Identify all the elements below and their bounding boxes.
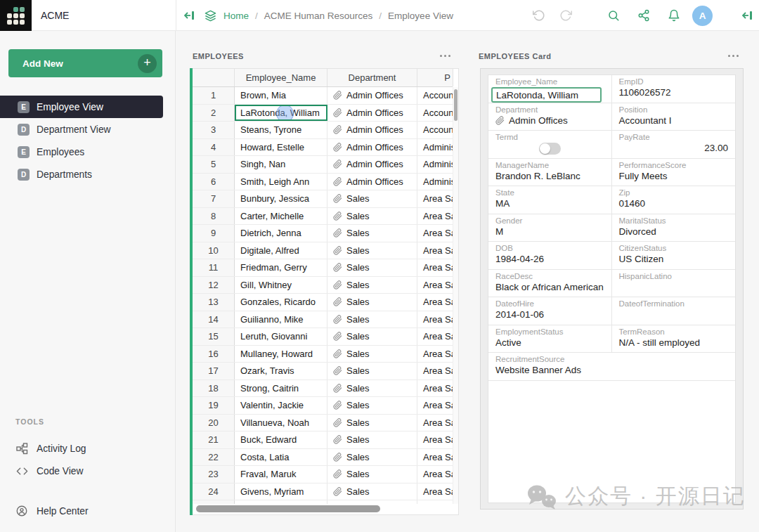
cell-department[interactable]: Admin Offices: [327, 156, 417, 173]
sidebar-item-departments[interactable]: DDepartments: [0, 163, 163, 186]
field-value-dateofhire[interactable]: 2014-01-06: [495, 309, 604, 320]
field-value-termd[interactable]: [495, 143, 604, 155]
cell-position[interactable]: Accoun: [417, 122, 453, 138]
field-value-managername[interactable]: Brandon R. LeBlanc: [495, 171, 604, 181]
row-number[interactable]: 2: [193, 105, 235, 122]
row-number[interactable]: 1: [193, 87, 235, 104]
row-number[interactable]: 13: [193, 294, 235, 311]
cell-position[interactable]: Accoun: [417, 105, 453, 122]
avatar[interactable]: A: [692, 6, 713, 26]
field-value-dob[interactable]: 1984-04-26: [495, 254, 604, 264]
cell-department[interactable]: Sales: [327, 208, 417, 225]
cell-department[interactable]: Sales: [327, 432, 417, 448]
cell-department[interactable]: Admin Offices: [327, 122, 417, 138]
cell-department[interactable]: Sales: [327, 294, 417, 311]
field-value-recruitmentsource[interactable]: Website Banner Ads: [495, 365, 728, 375]
cell-position[interactable]: Adminis: [417, 174, 453, 190]
cell-employee-name[interactable]: Singh, Nan: [235, 156, 327, 173]
cell-position[interactable]: Area Sa: [417, 208, 453, 225]
cell-employee-name[interactable]: Carter, Michelle: [235, 208, 327, 225]
cell-employee-name[interactable]: Guilianno, Mike: [235, 311, 327, 328]
cell-position[interactable]: Area Sa: [417, 380, 453, 397]
cell-department[interactable]: Sales: [327, 415, 417, 432]
sidebar-item-employees[interactable]: EEmployees: [0, 141, 163, 163]
cell-position[interactable]: Area Sa: [417, 190, 453, 207]
table-widget-menu-dots-icon[interactable]: [437, 52, 453, 60]
cell-department[interactable]: Admin Offices: [327, 139, 417, 156]
cell-employee-name[interactable]: Mullaney, Howard: [235, 346, 327, 363]
row-number[interactable]: 23: [193, 466, 235, 483]
cell-department[interactable]: Sales: [327, 259, 417, 276]
cell-department[interactable]: Sales: [327, 242, 417, 259]
row-number[interactable]: 17: [193, 363, 235, 379]
cell-employee-name[interactable]: Ozark, Travis: [235, 363, 327, 379]
field-value-department[interactable]: Admin Offices: [495, 115, 604, 126]
cell-position[interactable]: Area Sa: [417, 225, 453, 242]
horizontal-scrollbar-thumb[interactable]: [196, 505, 380, 512]
cell-position[interactable]: Area Sa: [417, 242, 453, 259]
row-number[interactable]: 16: [193, 346, 235, 363]
cell-department[interactable]: Sales: [327, 484, 417, 500]
sidebar-item-activity-log[interactable]: Activity Log: [0, 437, 176, 460]
redo-icon[interactable]: [559, 8, 573, 22]
cell-employee-name[interactable]: Howard, Estelle: [235, 139, 327, 156]
grist-logo[interactable]: [0, 0, 32, 31]
row-number[interactable]: 11: [193, 259, 235, 276]
card-widget-menu-dots-icon[interactable]: [725, 52, 741, 60]
cell-position[interactable]: Adminis: [417, 156, 453, 173]
column-header-employee-name[interactable]: Employee_Name: [235, 69, 327, 86]
vertical-scrollbar-thumb[interactable]: [454, 89, 458, 121]
cell-employee-name[interactable]: Brown, Mia: [235, 87, 327, 104]
layers-icon[interactable]: [203, 8, 217, 22]
field-value-empid[interactable]: 1106026572: [619, 87, 729, 98]
cell-department[interactable]: Admin Offices: [327, 174, 417, 190]
cell-position[interactable]: Area Sa: [417, 415, 453, 432]
sidebar-item-help-center[interactable]: Help Center: [0, 499, 176, 523]
cell-employee-name[interactable]: Friedman, Gerry: [235, 259, 327, 276]
row-number[interactable]: 7: [193, 190, 235, 207]
field-value-state[interactable]: MA: [495, 198, 604, 209]
cell-position[interactable]: Area Sa: [417, 328, 453, 345]
breadcrumb-home[interactable]: Home: [223, 11, 249, 21]
column-header-position[interactable]: P: [417, 69, 453, 86]
share-icon[interactable]: [637, 8, 651, 22]
field-value-citizenstatus[interactable]: US Citizen: [619, 254, 729, 264]
cell-position[interactable]: Area Sa: [417, 449, 453, 466]
cell-department[interactable]: Admin Offices: [327, 87, 417, 104]
collapse-panel-icon[interactable]: [183, 8, 197, 22]
cell-employee-name[interactable]: Valentin, Jackie: [235, 397, 327, 414]
sidebar-item-code-view[interactable]: Code View: [0, 460, 176, 482]
cell-position[interactable]: Area Sa: [417, 311, 453, 328]
cell-department[interactable]: Sales: [327, 346, 417, 363]
cell-department[interactable]: Sales: [327, 449, 417, 466]
field-value-zip[interactable]: 01460: [619, 198, 729, 209]
row-number[interactable]: 20: [193, 415, 235, 432]
breadcrumb-workspace[interactable]: ACME Human Resources: [264, 11, 373, 21]
row-number[interactable]: 14: [193, 311, 235, 328]
bell-icon[interactable]: [667, 8, 681, 22]
row-number[interactable]: 9: [193, 225, 235, 242]
cell-position[interactable]: Area Sa: [417, 363, 453, 379]
field-value-employee-name[interactable]: LaRotonda, William: [495, 87, 604, 103]
cell-employee-name[interactable]: Dietrich, Jenna: [235, 225, 327, 242]
cell-department[interactable]: Sales: [327, 466, 417, 483]
breadcrumb-page[interactable]: Employee View: [388, 11, 453, 21]
cell-department[interactable]: Sales: [327, 277, 417, 294]
field-value-maritalstatus[interactable]: Divorced: [619, 226, 729, 237]
cell-employee-name[interactable]: Bunbury, Jessica: [235, 190, 327, 207]
collapse-panel-icon[interactable]: [741, 8, 755, 22]
horizontal-scrollbar[interactable]: [193, 504, 453, 514]
cell-position[interactable]: Adminis: [417, 139, 453, 156]
undo-icon[interactable]: [532, 8, 546, 22]
cell-position[interactable]: Accoun: [417, 87, 453, 104]
cell-employee-name[interactable]: Buck, Edward: [235, 432, 327, 448]
cell-department[interactable]: Sales: [327, 380, 417, 397]
row-number[interactable]: 5: [193, 156, 235, 173]
field-value-employmentstatus[interactable]: Active: [495, 337, 604, 348]
row-number[interactable]: 22: [193, 449, 235, 466]
cell-employee-name[interactable]: Smith, Leigh Ann: [235, 174, 327, 190]
cell-department[interactable]: Sales: [327, 363, 417, 379]
cell-department[interactable]: Sales: [327, 397, 417, 414]
cell-employee-name[interactable]: Steans, Tyrone: [235, 122, 327, 138]
cell-department[interactable]: Sales: [327, 225, 417, 242]
